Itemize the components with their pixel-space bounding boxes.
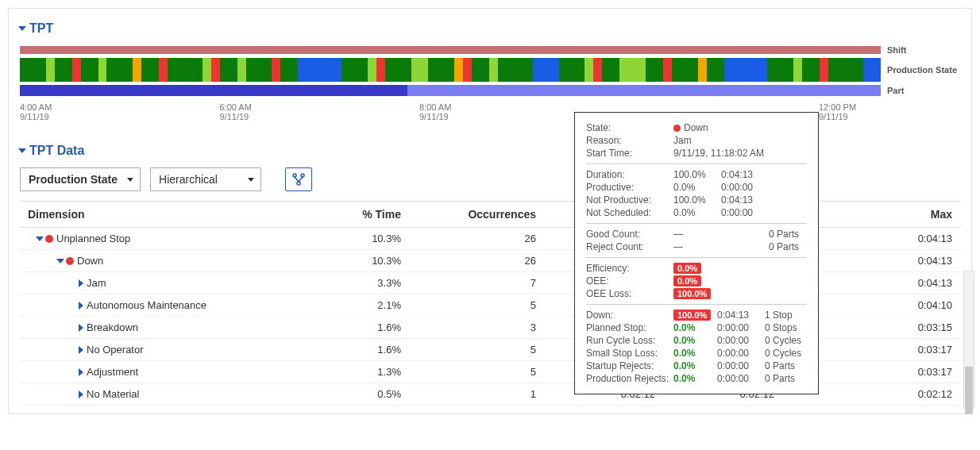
dimension-label: Adjustment: [87, 366, 138, 378]
select-layout-value: Hierarchical: [159, 173, 218, 186]
col-dimension[interactable]: Dimension: [20, 202, 306, 228]
tpt-data-table: Dimension % Time Occurrences erage Max U…: [20, 201, 960, 406]
table-row[interactable]: Down10.3%26:01:530:04:13: [20, 250, 960, 272]
caret-down-icon: [18, 148, 26, 153]
timeline: Shift Production State Part 4:00 AM9/11/…: [20, 45, 960, 121]
lane-label-part: Part: [881, 86, 960, 95]
state-tooltip: State:Down Reason:Jam Start Time:9/11/19…: [574, 112, 819, 394]
chevron-down-icon: [248, 178, 254, 182]
dimension-label: No Material: [87, 388, 139, 400]
expand-caret-icon[interactable]: [56, 259, 64, 263]
table-row[interactable]: Unplanned Stop10.3%26:01:530:04:13: [20, 228, 960, 250]
dimension-label: Jam: [87, 277, 106, 289]
dimension-label: Down: [77, 255, 103, 267]
col-pct-time[interactable]: % Time: [306, 202, 409, 228]
dimension-label: Unplanned Stop: [56, 233, 130, 244]
expand-caret-icon[interactable]: [79, 279, 83, 287]
scrollbar-thumb[interactable]: [965, 367, 973, 414]
expand-caret-icon[interactable]: [79, 346, 83, 354]
section-title-tpt-data: TPT Data: [29, 144, 84, 158]
hierarchy-tool-button[interactable]: [285, 167, 312, 191]
table-row[interactable]: No Material0.5%10:02:120:02:120:02:12: [20, 383, 960, 406]
timeline-lane-part[interactable]: [20, 85, 881, 96]
select-dimension[interactable]: Production State: [20, 167, 141, 191]
table-row[interactable]: Autonomous Maintenance2.1%5:01:580:04:10: [20, 294, 960, 317]
expand-caret-icon[interactable]: [79, 302, 83, 310]
chevron-down-icon: [127, 178, 133, 182]
dimension-label: No Operator: [87, 344, 144, 356]
col-occurrences[interactable]: Occurrences: [409, 202, 544, 228]
dimension-label: Autonomous Maintenance: [87, 299, 206, 311]
select-dimension-value: Production State: [29, 173, 118, 186]
timeline-axis: 4:00 AM9/11/196:00 AM9/11/198:00 AM9/11/…: [20, 102, 960, 121]
status-dot-icon: [45, 235, 53, 243]
expand-caret-icon[interactable]: [79, 324, 83, 332]
expand-caret-icon[interactable]: [36, 237, 44, 241]
expand-caret-icon[interactable]: [79, 390, 83, 398]
status-dot-icon: [66, 257, 74, 265]
expand-caret-icon[interactable]: [79, 368, 83, 376]
table-row[interactable]: Breakdown1.6%3:02:350:03:15: [20, 317, 960, 339]
section-toggle-tpt-data[interactable]: TPT Data: [20, 144, 960, 158]
lane-label-shift: Shift: [881, 45, 960, 55]
dimension-label: Breakdown: [87, 321, 138, 333]
timeline-lane-shift[interactable]: [20, 46, 881, 54]
section-title-tpt: TPT: [29, 21, 53, 36]
timeline-lane-production-state[interactable]: [20, 58, 881, 82]
svg-point-0: [293, 174, 296, 177]
vertical-scrollbar[interactable]: [963, 271, 974, 409]
table-row[interactable]: Adjustment1.3%5:01:120:03:17: [20, 361, 960, 383]
table-row[interactable]: Jam3.3%7:02:150:04:13: [20, 272, 960, 294]
lane-label-prod: Production State: [881, 65, 960, 75]
hierarchy-icon: [291, 172, 306, 187]
caret-down-icon: [18, 26, 26, 31]
svg-point-2: [297, 182, 300, 185]
svg-point-1: [301, 174, 304, 177]
table-row[interactable]: No Operator1.6%5:01:290:03:17: [20, 339, 960, 361]
section-toggle-tpt[interactable]: TPT: [20, 21, 960, 36]
select-layout[interactable]: Hierarchical: [150, 167, 261, 191]
